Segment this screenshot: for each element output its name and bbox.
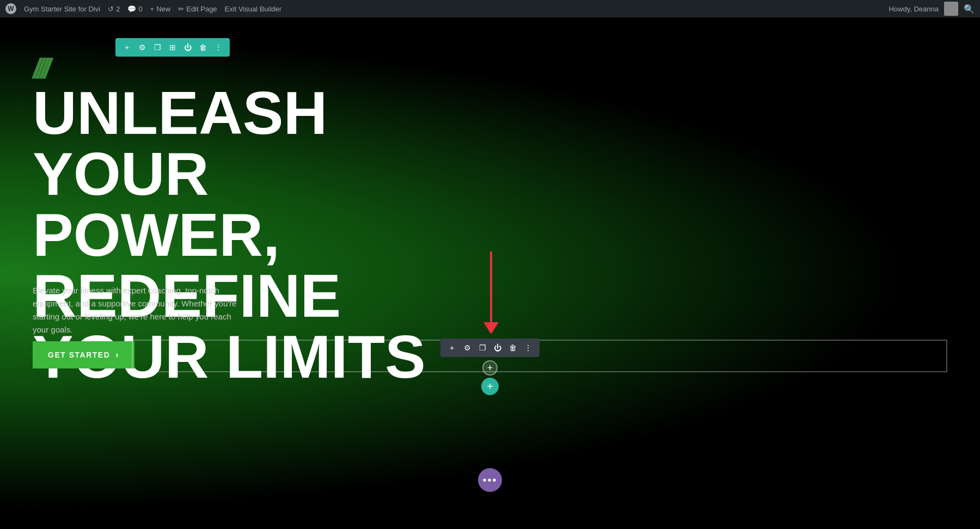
red-arrow (483, 251, 499, 334)
plus-teal-button[interactable]: + (481, 378, 499, 395)
row-disable-button[interactable]: ⏻ (491, 341, 505, 355)
more-options-button[interactable]: ••• (478, 468, 502, 492)
wp-logo[interactable]: W (5, 3, 16, 14)
admin-bar: W Gym Starter Site for Divi ↺ 2 💬 0 + Ne… (0, 0, 980, 17)
section-columns-button[interactable]: ⊞ (166, 40, 180, 54)
plus-small-button[interactable]: + (482, 360, 498, 376)
section-duplicate-button[interactable]: ❐ (150, 40, 164, 54)
row-duplicate-button[interactable]: ❐ (475, 341, 489, 355)
section-disable-button[interactable]: ⏻ (181, 40, 195, 54)
main-content: + ⚙ ❐ ⊞ ⏻ 🗑 ⋮ //// UNLEASH YOUR POWER, R… (0, 17, 980, 529)
avatar[interactable] (944, 2, 958, 16)
section-more-button[interactable]: ⋮ (211, 40, 225, 54)
cta-button[interactable]: GET STARTED › (33, 341, 134, 368)
cta-arrow-icon: › (115, 350, 119, 360)
howdy-label: Howdy, Deanna (889, 5, 939, 13)
section-toolbar-top: + ⚙ ❐ ⊞ ⏻ 🗑 ⋮ (115, 38, 230, 57)
row-delete-button[interactable]: 🗑 (506, 341, 520, 355)
row-add-button[interactable]: + (445, 341, 459, 355)
section-settings-button[interactable]: ⚙ (135, 40, 149, 54)
row-settings-button[interactable]: ⚙ (460, 341, 474, 355)
red-arrow-line (490, 251, 492, 322)
new-button[interactable]: + New (150, 5, 171, 13)
search-icon[interactable]: 🔍 (964, 4, 975, 14)
section-delete-button[interactable]: 🗑 (196, 40, 210, 54)
hero-subtext: Elevate your fitness with expert coachin… (33, 284, 240, 336)
site-name[interactable]: Gym Starter Site for Divi (24, 5, 100, 13)
red-arrow-head (483, 322, 499, 334)
row-outline (132, 340, 947, 372)
exit-builder-button[interactable]: Exit Visual Builder (225, 5, 282, 13)
section-add-button[interactable]: + (120, 40, 134, 54)
edit-page-button[interactable]: ✏ Edit Page (178, 5, 217, 13)
admin-bar-right: Howdy, Deanna 🔍 (889, 2, 975, 16)
comments-button[interactable]: 💬 0 (127, 5, 142, 13)
section-toolbar-mid: + ⚙ ❐ ⏻ 🗑 ⋮ (440, 339, 540, 357)
history-button[interactable]: ↺ 2 (108, 5, 120, 13)
row-more-button[interactable]: ⋮ (521, 341, 535, 355)
